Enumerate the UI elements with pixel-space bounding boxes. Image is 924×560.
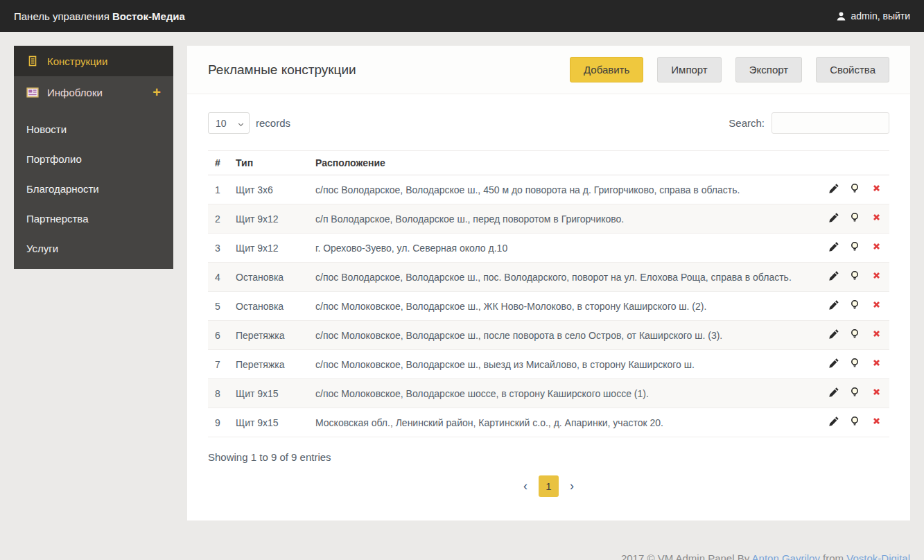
- row-type-cell: Перетяжка: [230, 350, 310, 379]
- user-icon: [836, 11, 846, 21]
- row-actions-cell: [817, 379, 889, 408]
- sidebar-item-портфолио[interactable]: Портфолио: [14, 144, 173, 174]
- table-row: 8Щит 9х15с/пос Молоковское, Володарское …: [208, 379, 889, 408]
- delete-x-icon[interactable]: [871, 241, 882, 252]
- table-header-row: #ТипРасположение: [208, 151, 889, 175]
- page-length-control: 10 records: [208, 112, 290, 134]
- main-card: Рекламные конструкции Добавить Импорт Эк…: [187, 46, 910, 520]
- row-actions-cell: [817, 204, 889, 234]
- delete-x-icon[interactable]: [871, 416, 882, 427]
- row-number-cell: 8: [208, 379, 230, 408]
- search-input[interactable]: [772, 112, 889, 134]
- showing-entries-label: Showing 1 to 9 of 9 entries: [208, 451, 889, 463]
- edit-pencil-icon[interactable]: [828, 416, 839, 427]
- edit-pencil-icon[interactable]: [828, 299, 839, 310]
- row-number-cell: 2: [208, 204, 230, 234]
- table-row: 1Щит 3х6с/пос Володарское, Володарское ш…: [208, 175, 889, 204]
- sidebar-item-новости[interactable]: Новости: [14, 114, 173, 144]
- delete-x-icon[interactable]: [871, 270, 882, 281]
- row-type-cell: Щит 9х12: [230, 204, 310, 234]
- sidebar-item-label: Новости: [26, 123, 161, 135]
- edit-pencil-icon[interactable]: [828, 183, 839, 194]
- row-location-cell: с/пос Молоковское, Володарское шоссе, в …: [310, 379, 817, 408]
- table-row: 4Остановкас/пос Володарское, Володарское…: [208, 263, 889, 292]
- row-location-cell: с/п Володарское, Володарское ш., перед п…: [310, 204, 817, 234]
- row-actions-cell: [817, 321, 889, 350]
- lightbulb-icon[interactable]: [850, 358, 861, 369]
- plus-icon[interactable]: +: [152, 85, 161, 99]
- row-location-cell: Московская обл., Ленинский район, Картин…: [310, 408, 817, 437]
- row-type-cell: Остановка: [230, 263, 310, 292]
- infoblock-icon: [26, 86, 39, 98]
- lightbulb-icon[interactable]: [850, 241, 861, 252]
- row-number-cell: 4: [208, 263, 230, 292]
- constructions-table: #ТипРасположение 1Щит 3х6с/пос Володарск…: [208, 150, 889, 437]
- delete-x-icon[interactable]: [871, 387, 882, 398]
- export-button[interactable]: Экспорт: [735, 57, 802, 82]
- sidebar-item-услуги[interactable]: Услуги: [14, 234, 173, 263]
- edit-pencil-icon[interactable]: [828, 329, 839, 340]
- sidebar-item-партнерства[interactable]: Партнерства: [14, 204, 173, 234]
- edit-pencil-icon[interactable]: [828, 358, 839, 369]
- table-row: 3Щит 9х12г. Орехово-Зуево, ул. Северная …: [208, 234, 889, 263]
- properties-button[interactable]: Свойства: [816, 57, 889, 82]
- sidebar-item-инфоблоки[interactable]: Инфоблоки+: [14, 76, 173, 108]
- sidebar-item-благодарности[interactable]: Благодарности: [14, 174, 173, 204]
- edit-pencil-icon[interactable]: [828, 212, 839, 223]
- page-size-select[interactable]: 10: [208, 112, 250, 134]
- sidebar-item-конструкции[interactable]: Конструкции: [14, 46, 173, 76]
- row-location-cell: с/пос Володарское, Володарское ш., пос. …: [310, 263, 817, 292]
- delete-x-icon[interactable]: [871, 358, 882, 369]
- card-body: 10 records Search: #ТипРасположение 1Щи: [187, 94, 910, 520]
- edit-pencil-icon[interactable]: [828, 241, 839, 252]
- edit-pencil-icon[interactable]: [828, 387, 839, 398]
- sidebar: КонструкцииИнфоблоки+НовостиПортфолиоБла…: [14, 46, 173, 269]
- sidebar-item-label: Портфолио: [26, 153, 161, 165]
- page-footer: 2017 © VM Admin Panel By Anton Gavrilov …: [0, 534, 924, 560]
- row-number-cell: 9: [208, 408, 230, 437]
- sidebar-item-label: Благодарности: [26, 183, 161, 195]
- table-row: 7Перетяжкас/пос Молоковское, Володарское…: [208, 350, 889, 379]
- row-location-cell: г. Орехово-Зуево, ул. Северная около д.1…: [310, 234, 817, 263]
- lightbulb-icon[interactable]: [850, 416, 861, 427]
- lightbulb-icon[interactable]: [850, 299, 861, 310]
- row-actions-cell: [817, 263, 889, 292]
- app-title-brand: Восток-Медиа: [112, 10, 185, 22]
- delete-x-icon[interactable]: [871, 183, 882, 194]
- search-label: Search:: [729, 117, 765, 129]
- pagination-next-button[interactable]: ›: [566, 479, 578, 493]
- row-type-cell: Щит 3х6: [230, 175, 310, 204]
- row-number-cell: 5: [208, 292, 230, 321]
- sidebar-item-label: Партнерства: [26, 213, 161, 225]
- pagination-prev-button[interactable]: ‹: [519, 479, 532, 493]
- row-actions-cell: [817, 292, 889, 321]
- row-actions-cell: [817, 234, 889, 263]
- table-row: 9Щит 9х15Московская обл., Ленинский райо…: [208, 408, 889, 437]
- column-header: #: [208, 151, 230, 175]
- pagination-page-1[interactable]: 1: [539, 475, 559, 497]
- lightbulb-icon[interactable]: [850, 212, 861, 223]
- footer-site-link[interactable]: Vostok-Digital: [846, 552, 910, 560]
- delete-x-icon[interactable]: [871, 299, 882, 310]
- lightbulb-icon[interactable]: [850, 329, 861, 340]
- row-type-cell: Перетяжка: [230, 321, 310, 350]
- row-number-cell: 7: [208, 350, 230, 379]
- row-type-cell: Щит 9х15: [230, 408, 310, 437]
- lightbulb-icon[interactable]: [850, 183, 861, 194]
- import-button[interactable]: Импорт: [657, 57, 721, 82]
- delete-x-icon[interactable]: [871, 329, 882, 340]
- column-header: Тип: [230, 151, 310, 175]
- lightbulb-icon[interactable]: [850, 387, 861, 398]
- footer-text: 2017 © VM Admin Panel By: [621, 552, 749, 560]
- header-buttons: Добавить Импорт Экспорт Свойства: [570, 57, 889, 82]
- topbar: Панель управления Восток-Медиа admin, вы…: [0, 0, 924, 32]
- delete-x-icon[interactable]: [871, 212, 882, 223]
- user-menu[interactable]: admin, выйти: [836, 10, 910, 21]
- row-number-cell: 3: [208, 234, 230, 263]
- lightbulb-icon[interactable]: [850, 270, 861, 281]
- row-number-cell: 6: [208, 321, 230, 350]
- add-button[interactable]: Добавить: [570, 57, 643, 82]
- sidebar-item-label: Конструкции: [47, 55, 161, 67]
- edit-pencil-icon[interactable]: [828, 270, 839, 281]
- footer-author-link[interactable]: Anton Gavrilov: [752, 552, 820, 560]
